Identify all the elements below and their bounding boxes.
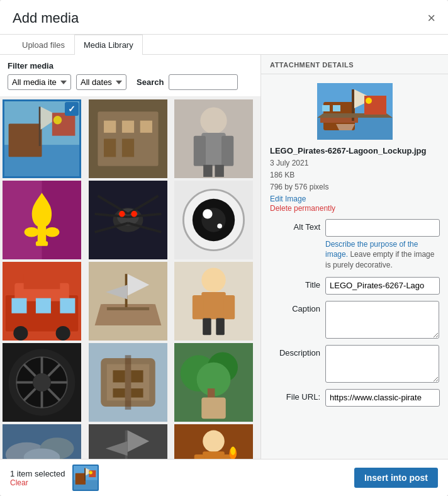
- svg-point-25: [45, 227, 59, 237]
- svg-point-43: [218, 223, 223, 228]
- svg-rect-59: [107, 307, 149, 310]
- svg-rect-20: [215, 165, 224, 177]
- tab-upload[interactable]: Upload files: [13, 35, 74, 55]
- caption-input[interactable]: [325, 301, 439, 339]
- svg-point-52: [56, 326, 70, 341]
- media-item[interactable]: [89, 343, 167, 422]
- media-item[interactable]: [3, 343, 81, 422]
- svg-marker-4: [41, 107, 60, 130]
- search-input[interactable]: [169, 74, 238, 90]
- media-item[interactable]: [3, 181, 81, 259]
- selected-info: 1 item selected Clear: [10, 469, 65, 487]
- alt-text-helper: Describe the purpose of the image. Leave…: [325, 239, 440, 271]
- attachment-dimensions: 796 by 576 pixels: [270, 181, 439, 193]
- svg-rect-19: [203, 165, 212, 177]
- svg-rect-65: [203, 318, 211, 335]
- attachment-filename: LEGO_Pirates-6267-Lagoon_Lockup.jpg: [270, 146, 439, 155]
- media-list-pane: Filter media All media ite All dates Sea…: [0, 55, 261, 459]
- attachment-size: 186 KB: [270, 169, 439, 181]
- description-input[interactable]: [325, 345, 439, 383]
- caption-row: Caption: [270, 301, 439, 339]
- file-url-label: File URL:: [270, 389, 320, 402]
- svg-rect-18: [221, 136, 233, 166]
- svg-rect-62: [202, 292, 226, 319]
- svg-rect-53: [89, 262, 167, 341]
- svg-rect-11: [140, 121, 152, 133]
- attachment-header: ATTACHMENT DETAILS: [261, 55, 448, 74]
- media-grid-container[interactable]: [0, 97, 260, 459]
- attachment-info: LEGO_Pirates-6267-Lagoon_Lockup.jpg 3 Ju…: [261, 146, 448, 219]
- tab-bar: Upload files Media Library: [0, 35, 448, 55]
- media-item[interactable]: [3, 262, 81, 341]
- svg-point-15: [201, 108, 227, 134]
- svg-rect-108: [194, 454, 204, 459]
- media-type-filter[interactable]: All media ite: [8, 74, 71, 90]
- filter-bar: Filter media All media ite All dates Sea…: [0, 55, 260, 97]
- svg-rect-86: [125, 355, 131, 410]
- file-url-row: File URL:: [270, 389, 439, 407]
- add-media-modal: Add media × Upload files Media Library F…: [0, 0, 448, 496]
- svg-rect-128: [76, 473, 86, 485]
- svg-rect-13: [122, 139, 134, 157]
- clear-selection-link[interactable]: Clear: [10, 478, 65, 487]
- svg-rect-2: [9, 123, 42, 157]
- title-label: Title: [270, 277, 320, 290]
- attachment-pane: ATTACHMENT DETAILS: [261, 55, 448, 459]
- media-item[interactable]: [174, 181, 253, 259]
- svg-rect-23: [38, 224, 46, 242]
- svg-rect-50: [60, 298, 75, 313]
- insert-into-post-button[interactable]: Insert into post: [354, 468, 438, 488]
- file-url-input[interactable]: [325, 389, 440, 407]
- svg-rect-12: [104, 139, 116, 157]
- svg-point-132: [89, 471, 92, 474]
- media-item[interactable]: [174, 99, 253, 178]
- svg-rect-5: [52, 113, 76, 136]
- svg-point-36: [119, 211, 125, 217]
- media-item[interactable]: [174, 343, 253, 422]
- selected-count: 1 item selected: [10, 469, 65, 478]
- svg-point-6: [53, 116, 62, 124]
- caption-label: Caption: [270, 301, 320, 313]
- date-filter[interactable]: All dates: [76, 74, 126, 90]
- media-item[interactable]: [174, 424, 253, 459]
- svg-rect-17: [194, 136, 206, 166]
- edit-image-link[interactable]: Edit Image: [270, 194, 439, 203]
- media-item[interactable]: [89, 181, 167, 259]
- svg-point-113: [231, 447, 236, 455]
- filter-controls: All media ite All dates Search: [8, 74, 253, 90]
- svg-rect-26: [36, 241, 48, 246]
- media-item[interactable]: [3, 99, 81, 178]
- tab-media-library[interactable]: Media Library: [74, 35, 143, 55]
- alt-text-label: Alt Text: [270, 219, 320, 232]
- delete-image-link[interactable]: Delete permanently: [270, 204, 439, 213]
- title-input[interactable]: [325, 277, 440, 295]
- attachment-fields: Alt Text Describe the purpose of the ima…: [261, 219, 448, 419]
- svg-rect-107: [203, 451, 225, 459]
- svg-rect-129: [85, 468, 86, 481]
- media-item[interactable]: [3, 424, 81, 459]
- svg-rect-47: [24, 274, 60, 289]
- svg-marker-123: [336, 124, 355, 130]
- svg-point-70: [33, 373, 51, 392]
- modal-footer: 1 item selected Clear Insert into post: [0, 459, 448, 496]
- svg-point-61: [202, 268, 226, 292]
- svg-rect-49: [36, 298, 51, 313]
- svg-point-51: [13, 326, 28, 341]
- svg-rect-1: [3, 145, 81, 178]
- media-item[interactable]: [89, 99, 167, 178]
- media-item[interactable]: [174, 262, 253, 341]
- svg-rect-121: [333, 105, 340, 111]
- close-button[interactable]: ×: [427, 11, 435, 25]
- svg-point-125: [366, 98, 372, 104]
- media-item[interactable]: [89, 262, 167, 341]
- attachment-thumb: [261, 74, 448, 146]
- svg-point-42: [203, 209, 213, 218]
- alt-text-input[interactable]: [325, 219, 440, 237]
- footer-left: 1 item selected Clear: [10, 465, 99, 491]
- filter-label: Filter media: [8, 61, 253, 70]
- description-row: Description: [270, 345, 439, 383]
- svg-rect-63: [193, 295, 203, 319]
- svg-rect-83: [131, 370, 143, 382]
- search-label: Search: [137, 77, 164, 87]
- media-item[interactable]: [89, 424, 167, 459]
